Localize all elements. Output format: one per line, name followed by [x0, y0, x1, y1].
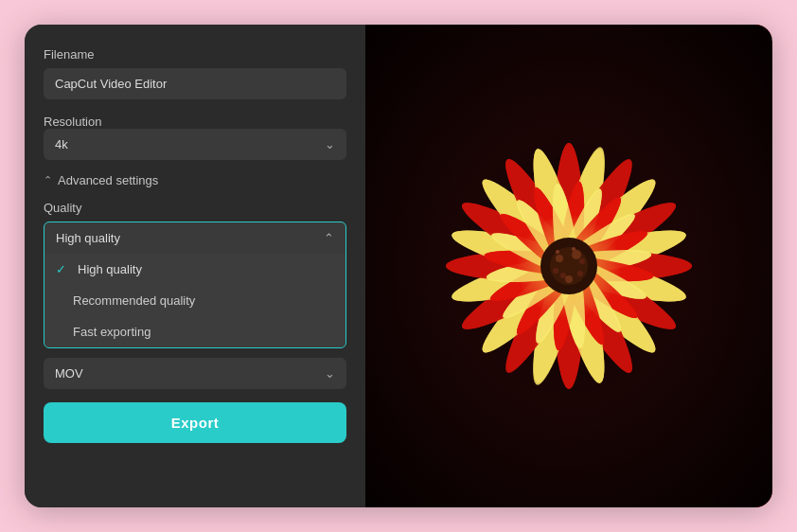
main-card: Filename Resolution 4k ⌄ ⌃ Advanced sett… — [25, 25, 772, 507]
quality-option-fast-label: Fast exporting — [73, 325, 151, 339]
check-icon: ✓ — [56, 262, 66, 276]
svg-point-52 — [572, 250, 581, 259]
right-panel-flower-image — [365, 25, 772, 507]
svg-point-55 — [577, 271, 583, 276]
svg-point-53 — [556, 255, 563, 262]
advanced-settings-label: Advanced settings — [58, 173, 158, 187]
svg-point-54 — [565, 275, 573, 283]
resolution-value: 4k — [55, 137, 68, 151]
quality-option-high-label: High quality — [78, 262, 142, 276]
resolution-chevron-down-icon: ⌄ — [325, 137, 335, 151]
quality-option-recommended[interactable]: Recommended quality — [44, 285, 345, 316]
quality-option-recommended-label: Recommended quality — [73, 293, 195, 308]
svg-point-58 — [579, 258, 585, 264]
resolution-select[interactable]: 4k ⌄ — [44, 129, 346, 160]
export-button[interactable]: Export — [44, 402, 346, 443]
filename-label: Filename — [44, 47, 346, 62]
advanced-caret-up-icon: ⌃ — [44, 174, 52, 186]
filename-input[interactable] — [44, 68, 346, 99]
format-select[interactable]: MOV ⌄ — [44, 358, 346, 389]
quality-selected-row[interactable]: High quality ⌃ — [44, 222, 345, 254]
quality-option-high[interactable]: ✓ High quality — [44, 254, 345, 285]
quality-label: Quality — [44, 201, 346, 215]
flower-svg — [365, 25, 772, 507]
left-panel: Filename Resolution 4k ⌄ ⌃ Advanced sett… — [25, 25, 365, 507]
svg-point-60 — [556, 250, 559, 254]
quality-chevron-up-icon: ⌃ — [324, 231, 334, 245]
quality-dropdown: ✓ High quality Recommended quality Fast … — [44, 254, 345, 347]
resolution-label: Resolution — [44, 115, 346, 129]
advanced-settings-toggle[interactable]: ⌃ Advanced settings — [44, 173, 346, 187]
quality-option-fast[interactable]: Fast exporting — [44, 316, 345, 347]
quality-select-box: High quality ⌃ ✓ High quality Recommende… — [44, 222, 346, 348]
svg-point-56 — [560, 273, 566, 278]
quality-selected-value: High quality — [56, 231, 120, 245]
format-value: MOV — [55, 366, 83, 381]
svg-point-59 — [572, 247, 576, 251]
format-chevron-down-icon: ⌄ — [325, 366, 335, 381]
svg-point-57 — [553, 268, 558, 274]
